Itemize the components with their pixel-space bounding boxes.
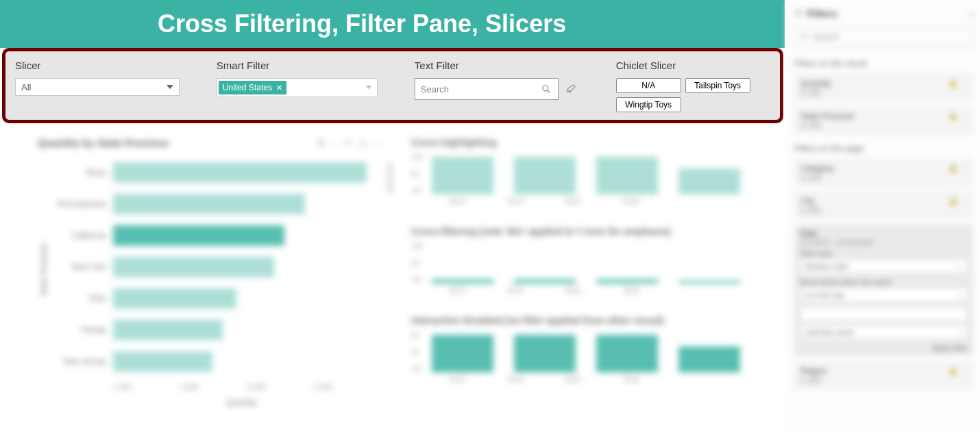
text-filter-group: Text Filter <box>415 60 616 114</box>
chevron-down-icon: ⌄ <box>957 328 963 337</box>
chevron-down-icon: ⌄ <box>957 291 963 300</box>
chevron-down-icon[interactable]: ⌄ <box>962 112 968 120</box>
filter-card[interactable]: Category is (All) 🔒⌄ <box>794 159 973 186</box>
text-filter-label: Text Filter <box>415 60 616 71</box>
filter-field-name: State Province <box>800 112 967 121</box>
apply-filter-link[interactable]: Apply filter <box>800 344 968 352</box>
svg-line-1 <box>548 90 550 93</box>
text-filter-input-wrap[interactable] <box>415 78 559 100</box>
units-select[interactable]: calendar years⌄ <box>800 325 968 340</box>
slicer-dropdown-value: All <box>21 82 31 92</box>
lock-icon[interactable]: 🔒 <box>948 366 958 375</box>
cross-filtering-visual[interactable]: Cross-filtering (note 'Bin' applied to Y… <box>411 226 757 294</box>
chevron-down-icon[interactable]: ⌄ <box>962 164 968 173</box>
chiclet-option[interactable]: Wingtip Toys <box>616 97 681 112</box>
filter-field-name: Date <box>800 229 968 238</box>
lock-icon[interactable]: 🔒 <box>948 196 958 205</box>
slicer-dropdown-group: Slicer All <box>15 60 217 114</box>
chiclet-option[interactable]: N/A <box>616 78 681 93</box>
smart-filter-tag[interactable]: United States ✕ <box>219 81 286 94</box>
text-filter-input[interactable] <box>415 84 541 94</box>
chart-title: Cross-filtering (note 'Bin' applied to Y… <box>411 226 757 237</box>
filter-card[interactable]: Region is (All) 🔒⌄ <box>794 361 973 389</box>
chiclet-option[interactable]: Tailspin Toys <box>685 78 750 93</box>
drill-down-icon[interactable]: ↓ <box>332 138 337 149</box>
chevron-down-icon <box>167 85 173 89</box>
filter-field-name: City <box>800 196 967 206</box>
chevron-down-icon: ⌄ <box>957 262 963 271</box>
filters-section-title: Filters on this visual <box>794 59 973 68</box>
chevron-down-icon[interactable]: ⌄ <box>962 79 968 88</box>
svg-point-2 <box>802 34 807 39</box>
chevron-down-icon[interactable] <box>366 86 371 89</box>
lock-icon[interactable]: 🔒 <box>948 112 958 120</box>
collapse-icon[interactable]: › <box>970 8 973 19</box>
filter-icon[interactable]: ▽ <box>344 138 352 149</box>
slicer-label: Slicer <box>15 60 217 71</box>
visual-toolbar[interactable]: ⇅ ↓ ▽ ▢ ⋯ <box>317 138 384 149</box>
slicer-dropdown[interactable]: All <box>15 78 180 96</box>
chart-title: Cross-highlighting <box>411 137 757 148</box>
value-input[interactable] <box>800 307 968 322</box>
filter-field-state: is (All) <box>800 206 967 214</box>
interaction-disabled-visual[interactable]: Interaction Disabled (no filter applied … <box>411 315 757 383</box>
filter-field-state: is (All) <box>800 376 967 384</box>
filter-field-name: Region <box>800 366 967 376</box>
filter-type-label: Filter type <box>800 249 968 257</box>
chart-title: Interaction Disabled (no filter applied … <box>411 315 757 326</box>
filters-search[interactable]: Search <box>794 27 973 47</box>
page-title: Cross Filtering, Filter Pane, Slicers <box>158 10 566 38</box>
smart-filter-group: Smart Filter United States ✕ <box>217 60 415 114</box>
chiclet-slicer-label: Chiclet Slicer <box>616 60 770 71</box>
filters-section-title: Filters on this page <box>794 144 973 153</box>
filter-field-state: is (All) <box>800 173 967 181</box>
lock-icon[interactable]: 🔒 <box>948 164 958 173</box>
slicers-panel: Slicer All Smart Filter United States ✕ … <box>2 48 783 123</box>
filter-card[interactable]: Quantity is (All) 🔒⌄ <box>794 74 973 101</box>
filter-field-state: 1/1/2013 - 12/31/2016 <box>800 238 968 246</box>
chart-title: Quantity by State Province <box>38 137 169 149</box>
bar-chart-visual[interactable]: Quantity by State Province ⇅ ↓ ▽ ▢ ⋯ Sta… <box>38 137 384 407</box>
smart-filter-input[interactable]: United States ✕ <box>217 78 378 97</box>
svg-line-3 <box>806 38 808 40</box>
filter-card[interactable]: City is (All) 🔒⌄ <box>794 192 973 219</box>
funnel-icon <box>794 10 803 18</box>
filter-type-select[interactable]: Relative date⌄ <box>800 259 968 274</box>
focus-icon[interactable]: ▢ <box>358 138 367 149</box>
smart-filter-label: Smart Filter <box>217 60 415 71</box>
filters-search-placeholder: Search <box>813 32 839 42</box>
chiclet-slicer-group: Chiclet Slicer N/A Tailspin Toys Wingtip… <box>616 60 770 114</box>
close-icon[interactable]: ✕ <box>276 84 282 92</box>
title-banner: Cross Filtering, Filter Pane, Slicers <box>0 0 785 48</box>
filter-field-name: Quantity <box>800 79 967 88</box>
x-axis-title: Quantity <box>113 398 370 407</box>
drill-icon[interactable]: ⇅ <box>317 138 326 149</box>
search-icon <box>800 33 809 41</box>
show-items-select[interactable]: is in the last⌄ <box>800 288 968 303</box>
filter-field-name: Category <box>800 164 967 173</box>
filter-card[interactable]: State Province is (All) 🔒⌄ <box>794 107 973 134</box>
filters-pane-title: Filters <box>807 8 837 19</box>
more-icon[interactable]: ⋯ <box>374 138 384 149</box>
filters-pane[interactable]: Filters › Search Filters on this visual … <box>787 2 980 430</box>
show-items-label: Show items when the value <box>800 278 968 286</box>
lock-icon[interactable]: 🔒 <box>948 79 958 88</box>
filter-card-expanded[interactable]: Date 1/1/2013 - 12/31/2016 Filter type R… <box>794 225 973 356</box>
filter-field-state: is (All) <box>800 121 967 129</box>
svg-point-0 <box>543 86 548 91</box>
cross-highlighting-visual[interactable]: Cross-highlighting 15050-50 201320142015… <box>411 137 757 205</box>
report-canvas-blurred: Quantity by State Province ⇅ ↓ ▽ ▢ ⋯ Sta… <box>0 127 785 432</box>
filter-field-state: is (All) <box>800 88 967 97</box>
chevron-down-icon[interactable]: ⌄ <box>962 196 968 205</box>
eraser-icon[interactable] <box>565 84 576 94</box>
smart-filter-tag-text: United States <box>223 83 272 92</box>
search-icon[interactable] <box>541 84 551 94</box>
chevron-down-icon[interactable]: ⌄ <box>962 366 968 375</box>
scrollbar[interactable] <box>388 162 392 193</box>
